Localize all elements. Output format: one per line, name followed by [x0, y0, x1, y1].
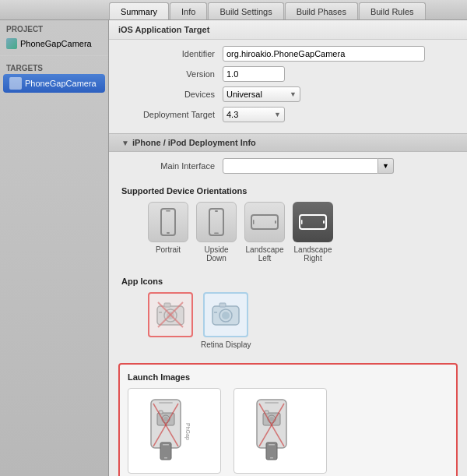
svg-point-21	[222, 312, 230, 319]
deployment-select[interactable]: 4.3 ▼	[223, 107, 285, 122]
project-icon	[6, 38, 17, 49]
deployment-label: Deployment Target	[121, 110, 223, 119]
project-section-label: PROJECT	[0, 20, 108, 35]
orientations-row: Portrait UpsideDown	[109, 199, 467, 270]
main-interface-arrow-icon: ▼	[382, 162, 389, 170]
orientation-upside-down: UpsideDown	[196, 202, 237, 263]
landscape-right-label: LandscapeRight	[294, 245, 332, 263]
main-interface-input[interactable]	[223, 158, 378, 174]
orientation-portrait: Portrait	[148, 202, 188, 254]
devices-arrow-icon: ▼	[290, 90, 297, 98]
target-icon	[9, 77, 22, 90]
deployment-arrow-icon: ▼	[274, 111, 281, 118]
app-icons-header: App Icons	[109, 270, 467, 289]
upside-down-icon[interactable]	[196, 202, 237, 242]
app-icon-1-svg	[154, 298, 187, 331]
app-icon-retina-svg	[209, 298, 242, 331]
deployment-row: Deployment Target 4.3 ▼	[121, 107, 455, 122]
portrait-phone-icon	[160, 208, 177, 236]
form-section: Identifier Version Devices Universal ▼ D…	[109, 40, 467, 133]
tab-bar: Summary Info Build Settings Build Phases…	[0, 0, 467, 20]
launch-images-section: Launch Images	[118, 363, 458, 476]
app-icon-item-retina: Retina Display	[201, 292, 251, 349]
svg-rect-9	[300, 215, 326, 229]
main-layout: PROJECT PhoneGapCamera TARGETS PhoneGapC…	[0, 20, 467, 476]
svg-rect-45	[269, 444, 275, 446]
svg-rect-33	[163, 444, 169, 446]
deployment-info-title: iPhone / iPod Deployment Info	[132, 138, 256, 147]
identifier-label: Identifier	[121, 49, 223, 58]
devices-label: Devices	[121, 90, 223, 99]
landscape-left-icon[interactable]	[244, 202, 285, 242]
svg-rect-1	[166, 210, 170, 212]
upside-down-phone-icon	[208, 208, 225, 236]
app-icon-box-retina[interactable]	[203, 292, 248, 337]
content-header: iOS Application Target	[109, 20, 467, 40]
svg-point-40	[269, 417, 274, 421]
devices-value: Universal	[226, 90, 262, 99]
devices-select[interactable]: Universal ▼	[223, 86, 300, 102]
devices-row: Devices Universal ▼	[121, 86, 455, 102]
svg-rect-2	[167, 232, 170, 234]
sidebar-item-target[interactable]: PhoneGapCamera	[3, 74, 105, 93]
deployment-value: 4.3	[226, 110, 238, 119]
svg-rect-25	[159, 402, 173, 404]
launch-image-box-retina[interactable]	[234, 388, 327, 474]
portrait-icon[interactable]	[148, 202, 188, 242]
targets-section-label: TARGETS	[0, 59, 108, 74]
svg-text:PhGap: PhGap	[184, 423, 191, 440]
landscape-left-label: LandscapeLeft	[246, 245, 284, 263]
svg-rect-7	[253, 220, 255, 224]
version-input[interactable]	[223, 66, 285, 82]
app-icon-item-1	[148, 292, 193, 340]
svg-rect-22	[219, 303, 226, 307]
svg-rect-46	[270, 457, 273, 459]
tab-build-rules[interactable]: Build Rules	[359, 2, 426, 19]
main-interface-row: Main Interface ▼	[109, 152, 467, 180]
launch-image-box-1[interactable]: PhGap	[128, 388, 221, 474]
launch-images-title: Launch Images	[128, 372, 448, 382]
svg-rect-8	[275, 220, 276, 224]
launch-image-item-1: PhGap	[128, 388, 221, 476]
target-item-label: PhoneGapCamera	[25, 79, 97, 88]
identifier-row: Identifier	[121, 46, 455, 62]
svg-rect-3	[209, 209, 223, 235]
main-interface-dropdown-btn[interactable]: ▼	[378, 158, 394, 174]
identifier-input[interactable]	[223, 46, 425, 62]
svg-point-28	[163, 417, 168, 421]
main-interface-label: Main Interface	[121, 161, 223, 171]
launch-image-item-retina: Retina Display	[234, 388, 327, 476]
svg-rect-5	[215, 210, 218, 212]
svg-rect-0	[161, 209, 175, 235]
svg-rect-6	[251, 215, 278, 229]
orientation-landscape-left: LandscapeLeft	[244, 202, 285, 263]
version-row: Version	[121, 66, 455, 82]
launch-image-1-svg: PhGap	[143, 396, 205, 466]
tab-summary[interactable]: Summary	[109, 2, 169, 19]
tab-build-settings[interactable]: Build Settings	[208, 2, 283, 19]
deployment-info-header[interactable]: ▼ iPhone / iPod Deployment Info	[109, 133, 467, 152]
landscape-left-phone-icon	[251, 213, 279, 231]
orientations-header: Supported Device Orientations	[109, 180, 467, 199]
landscape-right-icon[interactable]	[293, 202, 333, 242]
svg-rect-11	[323, 220, 325, 224]
svg-rect-37	[265, 402, 279, 404]
version-label: Version	[121, 69, 223, 79]
app-icon-box-1[interactable]	[148, 292, 193, 337]
app-icons-row: Retina Display	[109, 289, 467, 357]
landscape-right-phone-icon	[299, 213, 327, 231]
svg-rect-4	[214, 233, 219, 234]
project-item-label: PhoneGapCamera	[20, 39, 92, 48]
collapse-arrow-icon: ▼	[121, 139, 129, 147]
launch-images-row: PhGap	[128, 388, 448, 476]
svg-rect-10	[301, 220, 303, 224]
portrait-label: Portrait	[156, 245, 181, 254]
sidebar-item-project[interactable]: PhoneGapCamera	[0, 35, 108, 52]
svg-rect-15	[164, 303, 170, 307]
tab-info[interactable]: Info	[170, 2, 207, 19]
svg-rect-34	[164, 457, 167, 459]
content-area: iOS Application Target Identifier Versio…	[109, 20, 467, 476]
launch-image-retina-svg	[249, 396, 311, 466]
tab-build-phases[interactable]: Build Phases	[285, 2, 358, 19]
upside-down-label: UpsideDown	[204, 245, 228, 263]
